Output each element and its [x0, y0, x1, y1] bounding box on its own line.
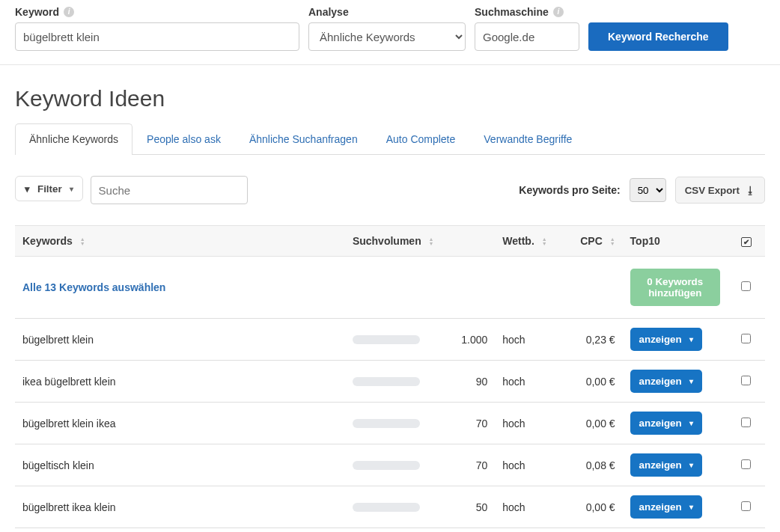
volume-bar — [353, 377, 420, 386]
row-checkbox[interactable] — [741, 501, 751, 511]
chevron-down-icon: ▾ — [689, 419, 693, 427]
th-cpc[interactable]: CPC ▲▼ — [562, 226, 622, 257]
toolbar: ▾ Filter ▾ Keywords pro Seite: 50 CSV Ex… — [15, 176, 765, 204]
keyword-input[interactable] — [15, 22, 299, 51]
cell-volume: 50 — [345, 486, 495, 528]
per-page-select[interactable]: 50 — [630, 178, 666, 202]
cell-volume: 1.000 — [345, 319, 495, 361]
table-row: bügelbrettbezug klein50hoch0,19 €anzeige… — [15, 528, 765, 533]
tab-autocomplete[interactable]: Auto Complete — [372, 123, 470, 154]
cell-keyword: bügelbrett klein ikea — [15, 403, 345, 444]
info-icon: i — [553, 7, 564, 17]
cell-competition: hoch — [495, 319, 562, 361]
select-all-checkbox[interactable] — [741, 281, 751, 291]
cell-cpc: 0,00 € — [562, 486, 622, 528]
sort-icon: ▲▼ — [610, 237, 615, 246]
cell-cpc: 0,08 € — [562, 444, 622, 486]
sort-icon: ▲▼ — [542, 237, 547, 246]
cell-keyword: bügelbrett klein — [15, 319, 345, 361]
show-top10-button[interactable]: anzeigen ▾ — [630, 412, 702, 435]
cell-competition: hoch — [495, 444, 562, 486]
keywords-table: Keywords ▲▼ Suchvolumen ▲▼ Wettb. ▲▼ CPC… — [15, 225, 765, 532]
cell-keyword: ikea bügelbrett klein — [15, 361, 345, 403]
volume-bar — [353, 461, 420, 470]
table-row: bügelbrett ikea klein50hoch0,00 €anzeige… — [15, 486, 765, 528]
volume-value: 70 — [442, 418, 487, 429]
cell-cpc: 0,00 € — [562, 403, 622, 444]
th-keywords[interactable]: Keywords ▲▼ — [15, 226, 345, 257]
chevron-down-icon: ▾ — [689, 503, 693, 511]
table-row: bügelbrett klein ikea70hoch0,00 €anzeige… — [15, 403, 765, 444]
tab-related[interactable]: Ähnliche Suchanfragen — [235, 123, 372, 154]
table-row: bügeltisch klein70hoch0,08 €anzeigen ▾ — [15, 444, 765, 486]
volume-value: 90 — [442, 376, 487, 388]
volume-value: 50 — [442, 501, 487, 513]
check-all-icon: ✔ — [741, 237, 752, 247]
cell-keyword: bügelbrettbezug klein — [15, 528, 345, 533]
csv-export-button[interactable]: CSV Export ⭳ — [675, 177, 765, 204]
search-engine-input[interactable] — [475, 22, 579, 51]
cell-volume: 90 — [345, 361, 495, 403]
row-checkbox[interactable] — [741, 376, 751, 385]
volume-bar — [353, 335, 420, 344]
chevron-down-icon: ▾ — [70, 185, 73, 193]
download-icon: ⭳ — [746, 185, 755, 196]
per-page-label: Keywords pro Seite: — [519, 184, 620, 196]
funnel-icon: ▾ — [25, 183, 30, 195]
filter-button[interactable]: ▾ Filter ▾ — [15, 176, 83, 201]
show-top10-button[interactable]: anzeigen ▾ — [630, 370, 702, 393]
select-all-row: Alle 13 Keywords auswählen0 Keywords hin… — [15, 257, 765, 319]
tab-paa[interactable]: People also ask — [132, 123, 235, 154]
cell-competition: hoch — [495, 528, 562, 533]
row-checkbox[interactable] — [741, 459, 751, 469]
th-volume[interactable]: Suchvolumen ▲▼ — [345, 226, 495, 257]
volume-bar — [353, 503, 420, 512]
cell-cpc: 0,00 € — [562, 361, 622, 403]
show-top10-button[interactable]: anzeigen ▾ — [630, 495, 702, 519]
table-row: ikea bügelbrett klein90hoch0,00 €anzeige… — [15, 361, 765, 403]
cell-keyword: bügeltisch klein — [15, 444, 345, 486]
chevron-down-icon: ▾ — [689, 461, 693, 469]
sort-icon: ▲▼ — [80, 237, 85, 246]
th-select-all[interactable]: ✔ — [728, 226, 765, 257]
volume-value: 70 — [442, 459, 487, 471]
row-checkbox[interactable] — [741, 334, 751, 343]
show-top10-button[interactable]: anzeigen ▾ — [630, 328, 702, 351]
volume-value: 1.000 — [442, 334, 487, 346]
submit-button[interactable]: Keyword Recherche — [588, 22, 728, 51]
sort-icon: ▲▼ — [429, 237, 434, 246]
cell-volume: 70 — [345, 403, 495, 444]
row-checkbox[interactable] — [741, 418, 751, 427]
analyse-label: Analyse — [308, 6, 466, 18]
chevron-down-icon: ▾ — [689, 335, 693, 343]
tab-related-terms[interactable]: Verwandte Begriffe — [469, 123, 586, 154]
keyword-label: Keyword i — [15, 6, 299, 18]
show-top10-button[interactable]: anzeigen ▾ — [630, 453, 702, 477]
select-all-link[interactable]: Alle 13 Keywords auswählen — [22, 281, 165, 293]
tab-similar[interactable]: Ähnliche Keywords — [15, 123, 132, 154]
cell-competition: hoch — [495, 403, 562, 444]
search-input[interactable] — [91, 176, 248, 204]
cell-volume: 50 — [345, 528, 495, 533]
chevron-down-icon: ▾ — [689, 377, 693, 385]
cell-cpc: 0,23 € — [562, 319, 622, 361]
table-row: bügelbrett klein1.000hoch0,23 €anzeigen … — [15, 319, 765, 361]
info-icon: i — [64, 7, 74, 17]
search-engine-label: Suchmaschine i — [475, 6, 579, 18]
search-form: Keyword i Analyse Ähnliche Keywords Such… — [0, 0, 780, 65]
th-competition[interactable]: Wettb. ▲▼ — [495, 226, 562, 257]
th-top10: Top10 — [623, 226, 728, 257]
page-title: Keyword Ideen — [15, 86, 765, 111]
volume-bar — [353, 419, 420, 428]
cell-competition: hoch — [495, 361, 562, 403]
add-keywords-button[interactable]: 0 Keywords hinzufügen — [630, 269, 720, 306]
analyse-select[interactable]: Ähnliche Keywords — [308, 22, 466, 51]
cell-competition: hoch — [495, 486, 562, 528]
cell-volume: 70 — [345, 444, 495, 486]
cell-cpc: 0,19 € — [562, 528, 622, 533]
tabs: Ähnliche KeywordsPeople also askÄhnliche… — [15, 123, 765, 155]
cell-keyword: bügelbrett ikea klein — [15, 486, 345, 528]
